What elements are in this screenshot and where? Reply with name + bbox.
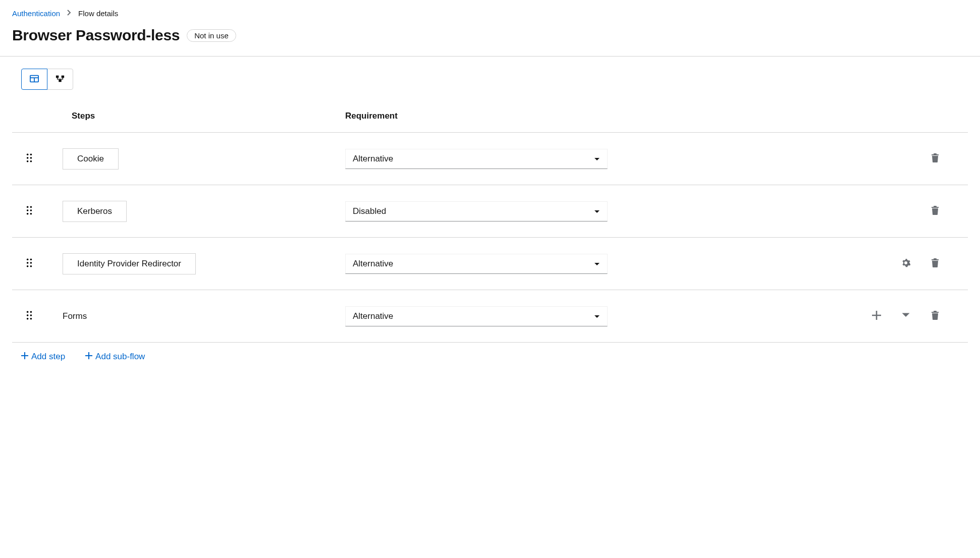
svg-point-16 xyxy=(27,212,29,214)
requirement-select[interactable]: Alternative xyxy=(345,254,608,274)
requirement-select[interactable]: Disabled xyxy=(345,201,608,221)
svg-point-26 xyxy=(27,314,29,316)
delete-icon xyxy=(931,206,940,216)
step-label: Forms xyxy=(63,311,87,321)
delete-icon xyxy=(931,153,940,164)
breadcrumb: Authentication Flow details xyxy=(12,9,968,18)
svg-point-23 xyxy=(30,265,32,267)
svg-point-24 xyxy=(27,311,29,313)
drag-icon xyxy=(26,258,32,269)
delete-icon xyxy=(931,311,940,321)
chevron-right-icon xyxy=(67,10,71,17)
drag-handle[interactable] xyxy=(12,258,42,269)
svg-point-25 xyxy=(30,311,32,313)
requirement-value: Disabled xyxy=(353,206,386,216)
step-label: Cookie xyxy=(63,148,119,170)
chevron-down-icon xyxy=(594,311,600,321)
gear-icon xyxy=(901,258,910,269)
actions-cell xyxy=(628,150,968,167)
table-row: KerberosDisabled xyxy=(12,185,968,238)
drag-icon xyxy=(26,153,32,164)
svg-point-15 xyxy=(30,209,32,211)
add-step-label: Add step xyxy=(31,352,65,362)
drag-icon xyxy=(26,206,32,217)
column-requirement: Requirement xyxy=(345,111,628,121)
requirement-value: Alternative xyxy=(353,259,393,269)
svg-rect-4 xyxy=(62,75,64,78)
requirement-value: Alternative xyxy=(353,311,393,321)
status-badge: Not in use xyxy=(187,29,236,42)
drag-handle[interactable] xyxy=(12,153,42,164)
requirement-value: Alternative xyxy=(353,154,393,164)
step-label: Kerberos xyxy=(63,201,127,222)
add-step-button[interactable]: Add step xyxy=(21,352,65,362)
svg-point-12 xyxy=(27,206,29,208)
delete-button[interactable] xyxy=(928,308,943,324)
actions-cell xyxy=(628,203,968,219)
svg-point-10 xyxy=(27,160,29,162)
delete-button[interactable] xyxy=(928,255,943,272)
svg-point-28 xyxy=(27,317,29,319)
svg-point-18 xyxy=(27,258,29,260)
page-title: Browser Password-less xyxy=(12,27,180,44)
delete-icon xyxy=(931,258,940,269)
drag-handle[interactable] xyxy=(12,311,42,322)
svg-point-21 xyxy=(30,262,32,264)
view-toggle xyxy=(21,69,73,90)
step-cell: Cookie xyxy=(42,148,345,170)
svg-point-17 xyxy=(30,212,32,214)
svg-point-13 xyxy=(30,206,32,208)
svg-point-7 xyxy=(30,153,32,155)
steps-table: Steps Requirement CookieAlternativeKerbe… xyxy=(12,100,968,343)
svg-rect-5 xyxy=(59,79,61,82)
chevron-down-icon xyxy=(594,206,600,216)
svg-point-22 xyxy=(27,265,29,267)
delete-button[interactable] xyxy=(928,203,943,219)
plus-icon xyxy=(85,352,92,362)
breadcrumb-root-link[interactable]: Authentication xyxy=(12,9,60,18)
table-row: CookieAlternative xyxy=(12,133,968,185)
plus-icon xyxy=(872,311,881,321)
add-subflow-button[interactable]: Add sub-flow xyxy=(85,352,145,362)
svg-point-14 xyxy=(27,209,29,211)
dropdown-button[interactable] xyxy=(898,308,913,324)
svg-point-19 xyxy=(30,258,32,260)
diagram-icon xyxy=(56,74,65,85)
settings-button[interactable] xyxy=(898,255,913,272)
delete-button[interactable] xyxy=(928,150,943,167)
svg-point-27 xyxy=(30,314,32,316)
chevron-down-icon xyxy=(594,154,600,164)
drag-icon xyxy=(26,311,32,322)
diagram-view-button[interactable] xyxy=(47,69,73,90)
table-header: Steps Requirement xyxy=(12,100,968,133)
column-steps: Steps xyxy=(42,111,345,121)
svg-point-29 xyxy=(30,317,32,319)
table-row: Identity Provider RedirectorAlternative xyxy=(12,238,968,290)
step-cell: Kerberos xyxy=(42,201,345,222)
drag-handle[interactable] xyxy=(12,206,42,217)
svg-point-20 xyxy=(27,262,29,264)
actions-cell xyxy=(628,255,968,272)
breadcrumb-current: Flow details xyxy=(78,9,118,18)
add-button[interactable] xyxy=(869,308,884,324)
svg-point-11 xyxy=(30,160,32,162)
table-row: FormsAlternative xyxy=(12,290,968,343)
add-subflow-label: Add sub-flow xyxy=(95,352,145,362)
requirement-select[interactable]: Alternative xyxy=(345,306,608,326)
table-icon xyxy=(30,74,39,85)
plus-icon xyxy=(21,352,28,362)
actions-cell xyxy=(628,308,968,324)
step-cell: Identity Provider Redirector xyxy=(42,253,345,274)
table-view-button[interactable] xyxy=(21,69,47,90)
requirement-select[interactable]: Alternative xyxy=(345,149,608,169)
svg-point-8 xyxy=(27,157,29,159)
step-label: Identity Provider Redirector xyxy=(63,253,196,274)
svg-point-9 xyxy=(30,157,32,159)
chevron-down-icon xyxy=(594,259,600,269)
svg-point-6 xyxy=(27,153,29,155)
step-cell: Forms xyxy=(42,311,345,321)
svg-rect-3 xyxy=(56,75,59,78)
chevron-down-icon xyxy=(901,311,910,321)
